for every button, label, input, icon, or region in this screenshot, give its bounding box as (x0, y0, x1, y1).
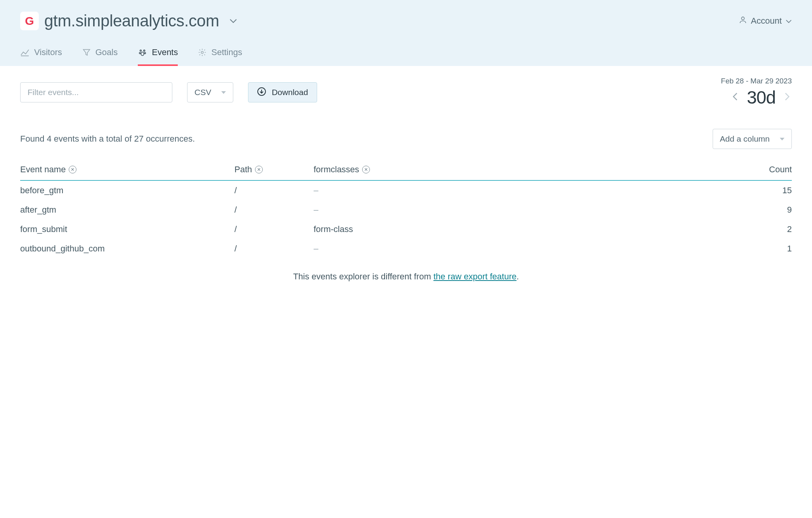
user-icon (739, 16, 747, 26)
tab-visitors[interactable]: Visitors (20, 44, 62, 66)
cell-path: / (234, 205, 314, 215)
cell-path: / (234, 224, 314, 234)
svg-point-6 (201, 51, 204, 54)
funnel-icon (82, 48, 91, 57)
raw-export-link[interactable]: the raw export feature (434, 272, 517, 281)
site-logo: G (20, 12, 39, 30)
filter-events-input[interactable] (20, 82, 172, 102)
triangle-down-icon (221, 91, 226, 94)
svg-point-1 (140, 50, 142, 52)
controls-row: CSV Download Feb 28 - Mar 29 2023 30d (20, 77, 792, 108)
tab-goals[interactable]: Goals (82, 44, 118, 66)
col-label: Count (769, 165, 792, 175)
table-row[interactable]: before_gtm / – 15 (20, 181, 792, 200)
col-label: Event name (20, 165, 66, 175)
cell-path: / (234, 244, 314, 254)
header-band: G gtm.simpleanalytics.com Account Visito… (0, 0, 812, 66)
summary-row: Found 4 events with a total of 27 occurr… (20, 129, 792, 149)
cell-count: 9 (745, 205, 792, 215)
cell-count: 2 (745, 224, 792, 234)
download-icon (257, 87, 266, 98)
tab-label: Goals (95, 47, 118, 57)
cell-event-name: outbound_github_com (20, 244, 234, 254)
paw-icon (138, 48, 147, 57)
table-header: Event name ✕ Path ✕ formclasses ✕ Count (20, 165, 792, 181)
add-column-select[interactable]: Add a column (713, 129, 792, 149)
tab-label: Settings (211, 47, 242, 57)
footer-note: This events explorer is different from t… (20, 272, 792, 282)
remove-column-icon[interactable]: ✕ (69, 166, 76, 173)
cell-formclasses: – (314, 205, 745, 215)
download-label: Download (272, 88, 308, 97)
cell-formclasses: form-class (314, 224, 745, 234)
account-menu[interactable]: Account (739, 16, 792, 26)
triangle-down-icon (780, 138, 784, 140)
column-formclasses[interactable]: formclasses ✕ (314, 165, 745, 175)
table-row[interactable]: after_gtm / – 9 (20, 200, 792, 220)
svg-point-0 (741, 17, 744, 20)
tab-label: Visitors (34, 47, 62, 57)
svg-point-5 (141, 52, 144, 55)
period-next-button[interactable] (783, 91, 792, 104)
col-label: Path (234, 165, 252, 175)
svg-point-2 (144, 50, 145, 52)
col-label: formclasses (314, 165, 359, 175)
site-identity[interactable]: G gtm.simpleanalytics.com (20, 12, 237, 30)
add-column-label: Add a column (720, 134, 770, 144)
tabs: Visitors Goals Events Settings (20, 44, 792, 66)
period-prev-button[interactable] (730, 91, 740, 104)
controls-right: Feb 28 - Mar 29 2023 30d (721, 77, 792, 108)
cell-event-name: before_gtm (20, 185, 234, 196)
footer-suffix: . (517, 272, 519, 281)
content: CSV Download Feb 28 - Mar 29 2023 30d (0, 66, 812, 297)
cell-event-name: form_submit (20, 224, 234, 234)
column-event-name[interactable]: Event name ✕ (20, 165, 234, 175)
footer-prefix: This events explorer is different from (293, 272, 434, 281)
remove-column-icon[interactable]: ✕ (362, 166, 370, 173)
cell-path: / (234, 185, 314, 196)
remove-column-icon[interactable]: ✕ (255, 166, 263, 173)
export-format-select[interactable]: CSV (187, 82, 233, 102)
cell-formclasses: – (314, 185, 745, 196)
period-row: 30d (721, 87, 792, 108)
chart-icon (20, 48, 29, 57)
cell-count: 15 (745, 185, 792, 196)
account-label: Account (751, 16, 782, 26)
table-row[interactable]: form_submit / form-class 2 (20, 220, 792, 239)
svg-point-4 (144, 52, 146, 54)
site-chevron-down-icon[interactable] (229, 18, 237, 24)
tab-label: Events (152, 47, 178, 57)
events-table: Event name ✕ Path ✕ formclasses ✕ Count … (20, 165, 792, 258)
column-count[interactable]: Count (745, 165, 792, 175)
cell-count: 1 (745, 244, 792, 254)
summary-text: Found 4 events with a total of 27 occurr… (20, 134, 195, 144)
table-row[interactable]: outbound_github_com / – 1 (20, 239, 792, 258)
format-value: CSV (194, 88, 211, 97)
account-chevron-down-icon (786, 16, 792, 26)
gear-icon (198, 48, 206, 57)
period-label[interactable]: 30d (747, 87, 776, 108)
controls-left: CSV Download (20, 82, 317, 102)
svg-point-3 (139, 52, 141, 54)
title-row: G gtm.simpleanalytics.com Account (20, 12, 792, 30)
tab-settings[interactable]: Settings (198, 44, 242, 66)
download-button[interactable]: Download (248, 82, 317, 102)
cell-event-name: after_gtm (20, 205, 234, 215)
date-range-label: Feb 28 - Mar 29 2023 (721, 77, 792, 85)
tab-events[interactable]: Events (138, 44, 178, 66)
column-path[interactable]: Path ✕ (234, 165, 314, 175)
cell-formclasses: – (314, 244, 745, 254)
site-title: gtm.simpleanalytics.com (44, 12, 219, 30)
